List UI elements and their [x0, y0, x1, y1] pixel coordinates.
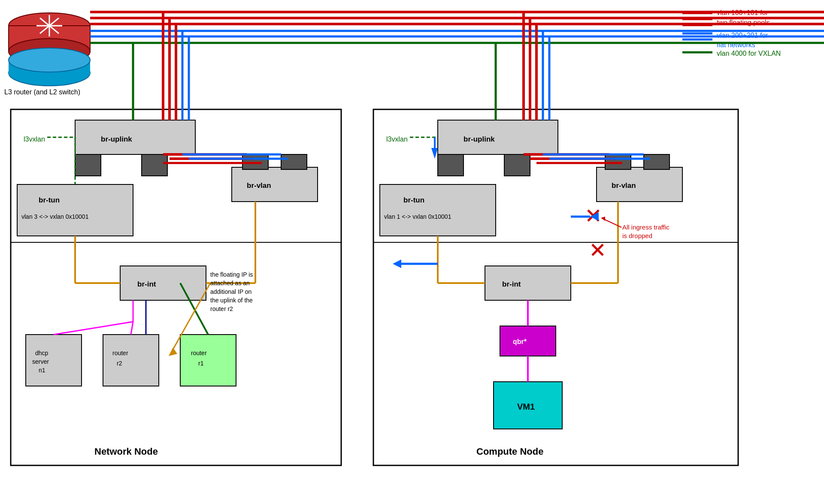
svg-rect-63 — [504, 154, 530, 176]
nn-br-uplink-label: br-uplink — [101, 135, 132, 143]
nn-br-tun-label: br-tun — [39, 196, 60, 204]
nn-dhcp-label2: server — [32, 358, 49, 365]
nn-annotation: the floating IP is — [210, 271, 253, 278]
cn-br-uplink-label: br-uplink — [464, 135, 495, 143]
svg-rect-24 — [75, 154, 101, 176]
svg-rect-62 — [438, 154, 464, 176]
network-node-title: Network Node — [94, 446, 158, 457]
svg-rect-72 — [644, 154, 670, 169]
nn-br-tun-vlan: vlan 3 <-> vxlan 0x10001 — [21, 213, 89, 220]
svg-rect-32 — [232, 167, 318, 202]
svg-rect-34 — [281, 154, 307, 169]
nn-annotation4: the uplink of the — [210, 297, 253, 304]
svg-rect-25 — [142, 154, 167, 176]
nn-dhcp-label3: n1 — [39, 367, 45, 374]
cn-annotation2: is dropped — [622, 232, 652, 239]
cn-vm1-label: VM1 — [517, 402, 535, 411]
compute-node-title: Compute Node — [476, 446, 543, 457]
nn-router-r2-label2: r2 — [117, 360, 122, 367]
nn-annotation5: router r2 — [210, 305, 233, 312]
svg-rect-23 — [75, 120, 195, 154]
cn-br-tun-label: br-tun — [403, 196, 424, 204]
svg-rect-45 — [120, 266, 206, 300]
svg-rect-81 — [380, 184, 496, 236]
svg-rect-83 — [485, 266, 571, 300]
cn-br-tun-vlan: vlan 1 <-> vxlan 0x10001 — [384, 213, 451, 220]
diagram-container: vlan 100+101 for two floating pools vlan… — [0, 0, 824, 504]
svg-rect-43 — [17, 184, 133, 236]
nn-br-int-label: br-int — [137, 280, 156, 288]
nn-router-r1-label2: r1 — [198, 360, 204, 367]
svg-rect-98 — [500, 326, 556, 356]
cn-annotation: All ingress traffic — [622, 223, 670, 231]
cn-l3vxlan-label: l3vxlan — [386, 136, 408, 143]
nn-dhcp-label: dhcp — [35, 350, 48, 356]
legend-vlan3: vlan 4000 for VXLAN — [717, 50, 781, 57]
nn-br-vlan-label: br-vlan — [247, 181, 271, 190]
svg-rect-51 — [103, 335, 159, 386]
svg-rect-70 — [597, 167, 682, 202]
cn-br-vlan-label: br-vlan — [612, 181, 636, 190]
nn-router-r1-label: router — [191, 350, 207, 356]
nn-annotation2: attached as an — [210, 280, 250, 287]
router-label: L3 router (and L2 switch) — [4, 88, 80, 96]
cn-br-int-label: br-int — [502, 280, 521, 288]
nn-l3vxlan-label: l3vxlan — [24, 136, 45, 143]
svg-rect-52 — [180, 335, 236, 386]
svg-point-15 — [9, 48, 90, 72]
svg-rect-61 — [438, 120, 558, 154]
main-diagram: vlan 100+101 for two floating pools vlan… — [0, 0, 824, 504]
nn-router-r2-label: router — [112, 350, 128, 356]
cn-qbr-label: qbr* — [513, 338, 527, 345]
nn-annotation3: additional IP on — [210, 288, 251, 295]
